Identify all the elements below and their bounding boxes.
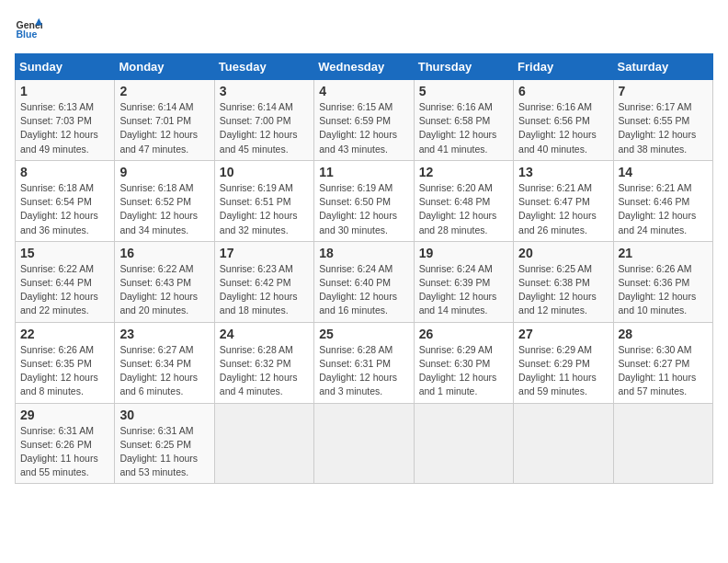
calendar-day-cell: 9Sunrise: 6:18 AM Sunset: 6:52 PM Daylig… xyxy=(115,160,214,241)
day-info: Sunrise: 6:18 AM Sunset: 6:52 PM Dayligh… xyxy=(119,181,209,237)
day-number: 15 xyxy=(20,246,109,260)
day-info: Sunrise: 6:27 AM Sunset: 6:34 PM Dayligh… xyxy=(119,343,209,399)
day-number: 17 xyxy=(220,246,309,260)
calendar-day-cell: 22Sunrise: 6:26 AM Sunset: 6:35 PM Dayli… xyxy=(16,322,115,403)
day-number: 30 xyxy=(119,408,209,422)
day-info: Sunrise: 6:22 AM Sunset: 6:44 PM Dayligh… xyxy=(20,262,109,318)
calendar-day-cell: 1Sunrise: 6:13 AM Sunset: 7:03 PM Daylig… xyxy=(16,80,115,161)
day-number: 21 xyxy=(619,246,708,260)
day-info: Sunrise: 6:28 AM Sunset: 6:32 PM Dayligh… xyxy=(220,343,309,399)
day-info: Sunrise: 6:19 AM Sunset: 6:51 PM Dayligh… xyxy=(220,181,309,237)
calendar-day-cell: 11Sunrise: 6:19 AM Sunset: 6:50 PM Dayli… xyxy=(314,160,414,241)
day-number: 22 xyxy=(20,327,109,341)
day-number: 24 xyxy=(220,327,309,341)
calendar-day-cell: 6Sunrise: 6:16 AM Sunset: 6:56 PM Daylig… xyxy=(514,80,613,161)
calendar-day-cell: 29Sunrise: 6:31 AM Sunset: 6:26 PM Dayli… xyxy=(16,403,115,484)
day-info: Sunrise: 6:22 AM Sunset: 6:43 PM Dayligh… xyxy=(119,262,209,318)
day-info: Sunrise: 6:26 AM Sunset: 6:35 PM Dayligh… xyxy=(20,343,109,399)
day-of-week-header: Friday xyxy=(514,54,613,80)
day-info: Sunrise: 6:24 AM Sunset: 6:40 PM Dayligh… xyxy=(319,262,408,318)
logo-icon: General Blue xyxy=(15,15,42,42)
day-number: 25 xyxy=(319,327,408,341)
day-info: Sunrise: 6:29 AM Sunset: 6:30 PM Dayligh… xyxy=(419,343,508,399)
day-info: Sunrise: 6:17 AM Sunset: 6:55 PM Dayligh… xyxy=(619,100,708,156)
calendar-day-cell: 10Sunrise: 6:19 AM Sunset: 6:51 PM Dayli… xyxy=(214,160,313,241)
day-number: 20 xyxy=(518,246,608,260)
calendar-day-cell: 25Sunrise: 6:28 AM Sunset: 6:31 PM Dayli… xyxy=(314,322,414,403)
day-info: Sunrise: 6:28 AM Sunset: 6:31 PM Dayligh… xyxy=(319,343,408,399)
calendar-week-row: 29Sunrise: 6:31 AM Sunset: 6:26 PM Dayli… xyxy=(16,403,713,484)
calendar-day-cell xyxy=(514,403,613,484)
calendar-day-cell: 24Sunrise: 6:28 AM Sunset: 6:32 PM Dayli… xyxy=(214,322,313,403)
calendar-day-cell: 4Sunrise: 6:15 AM Sunset: 6:59 PM Daylig… xyxy=(314,80,414,161)
day-of-week-header: Saturday xyxy=(613,54,712,80)
day-number: 2 xyxy=(119,84,209,98)
day-info: Sunrise: 6:30 AM Sunset: 6:27 PM Dayligh… xyxy=(619,343,708,399)
day-info: Sunrise: 6:24 AM Sunset: 6:39 PM Dayligh… xyxy=(419,262,508,318)
calendar-day-cell: 13Sunrise: 6:21 AM Sunset: 6:47 PM Dayli… xyxy=(514,160,613,241)
calendar-header: SundayMondayTuesdayWednesdayThursdayFrid… xyxy=(16,54,713,80)
day-number: 19 xyxy=(419,246,508,260)
day-info: Sunrise: 6:19 AM Sunset: 6:50 PM Dayligh… xyxy=(319,181,408,237)
svg-text:Blue: Blue xyxy=(17,29,38,40)
day-info: Sunrise: 6:16 AM Sunset: 6:58 PM Dayligh… xyxy=(419,100,508,156)
calendar-day-cell: 17Sunrise: 6:23 AM Sunset: 6:42 PM Dayli… xyxy=(214,241,313,322)
day-number: 1 xyxy=(20,84,109,98)
days-of-week-row: SundayMondayTuesdayWednesdayThursdayFrid… xyxy=(16,54,713,80)
calendar-week-row: 22Sunrise: 6:26 AM Sunset: 6:35 PM Dayli… xyxy=(16,322,713,403)
day-number: 5 xyxy=(419,84,508,98)
calendar-day-cell xyxy=(214,403,313,484)
day-number: 4 xyxy=(319,84,408,98)
day-number: 6 xyxy=(518,84,608,98)
calendar-day-cell: 27Sunrise: 6:29 AM Sunset: 6:29 PM Dayli… xyxy=(514,322,613,403)
calendar-day-cell xyxy=(314,403,414,484)
calendar-day-cell xyxy=(613,403,712,484)
day-info: Sunrise: 6:25 AM Sunset: 6:38 PM Dayligh… xyxy=(518,262,608,318)
day-info: Sunrise: 6:31 AM Sunset: 6:25 PM Dayligh… xyxy=(119,424,209,480)
calendar-day-cell: 28Sunrise: 6:30 AM Sunset: 6:27 PM Dayli… xyxy=(613,322,712,403)
logo: General Blue xyxy=(15,15,46,42)
day-info: Sunrise: 6:18 AM Sunset: 6:54 PM Dayligh… xyxy=(20,181,109,237)
day-info: Sunrise: 6:20 AM Sunset: 6:48 PM Dayligh… xyxy=(419,181,508,237)
calendar-day-cell: 16Sunrise: 6:22 AM Sunset: 6:43 PM Dayli… xyxy=(115,241,214,322)
calendar-day-cell: 30Sunrise: 6:31 AM Sunset: 6:25 PM Dayli… xyxy=(115,403,214,484)
day-info: Sunrise: 6:21 AM Sunset: 6:47 PM Dayligh… xyxy=(518,181,608,237)
calendar-day-cell: 8Sunrise: 6:18 AM Sunset: 6:54 PM Daylig… xyxy=(16,160,115,241)
day-of-week-header: Tuesday xyxy=(214,54,313,80)
day-number: 13 xyxy=(518,165,608,179)
day-info: Sunrise: 6:14 AM Sunset: 7:00 PM Dayligh… xyxy=(220,100,309,156)
day-number: 14 xyxy=(619,165,708,179)
day-number: 11 xyxy=(319,165,408,179)
calendar-week-row: 15Sunrise: 6:22 AM Sunset: 6:44 PM Dayli… xyxy=(16,241,713,322)
day-number: 12 xyxy=(419,165,508,179)
calendar-week-row: 1Sunrise: 6:13 AM Sunset: 7:03 PM Daylig… xyxy=(16,80,713,161)
day-number: 8 xyxy=(20,165,109,179)
day-number: 10 xyxy=(220,165,309,179)
day-number: 28 xyxy=(619,327,708,341)
calendar-day-cell: 23Sunrise: 6:27 AM Sunset: 6:34 PM Dayli… xyxy=(115,322,214,403)
day-number: 29 xyxy=(20,408,109,422)
header: General Blue xyxy=(15,15,713,42)
day-number: 9 xyxy=(119,165,209,179)
day-info: Sunrise: 6:13 AM Sunset: 7:03 PM Dayligh… xyxy=(20,100,109,156)
calendar-day-cell: 19Sunrise: 6:24 AM Sunset: 6:39 PM Dayli… xyxy=(414,241,513,322)
calendar-day-cell: 21Sunrise: 6:26 AM Sunset: 6:36 PM Dayli… xyxy=(613,241,712,322)
calendar-day-cell: 15Sunrise: 6:22 AM Sunset: 6:44 PM Dayli… xyxy=(16,241,115,322)
calendar-day-cell: 14Sunrise: 6:21 AM Sunset: 6:46 PM Dayli… xyxy=(613,160,712,241)
day-of-week-header: Thursday xyxy=(414,54,513,80)
day-number: 23 xyxy=(119,327,209,341)
day-info: Sunrise: 6:29 AM Sunset: 6:29 PM Dayligh… xyxy=(518,343,608,399)
calendar-day-cell xyxy=(414,403,513,484)
day-info: Sunrise: 6:15 AM Sunset: 6:59 PM Dayligh… xyxy=(319,100,408,156)
day-number: 26 xyxy=(419,327,508,341)
day-info: Sunrise: 6:16 AM Sunset: 6:56 PM Dayligh… xyxy=(518,100,608,156)
calendar-week-row: 8Sunrise: 6:18 AM Sunset: 6:54 PM Daylig… xyxy=(16,160,713,241)
calendar-day-cell: 7Sunrise: 6:17 AM Sunset: 6:55 PM Daylig… xyxy=(613,80,712,161)
day-info: Sunrise: 6:21 AM Sunset: 6:46 PM Dayligh… xyxy=(619,181,708,237)
calendar-body: 1Sunrise: 6:13 AM Sunset: 7:03 PM Daylig… xyxy=(16,80,713,484)
day-info: Sunrise: 6:31 AM Sunset: 6:26 PM Dayligh… xyxy=(20,424,109,480)
day-info: Sunrise: 6:23 AM Sunset: 6:42 PM Dayligh… xyxy=(220,262,309,318)
day-info: Sunrise: 6:14 AM Sunset: 7:01 PM Dayligh… xyxy=(119,100,209,156)
day-number: 16 xyxy=(119,246,209,260)
day-number: 27 xyxy=(518,327,608,341)
